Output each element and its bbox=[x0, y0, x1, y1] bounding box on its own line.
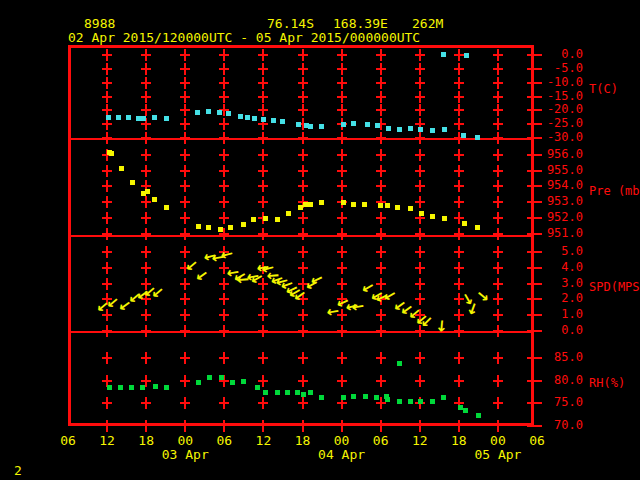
rh-data-point bbox=[363, 394, 368, 399]
temp-data-point bbox=[217, 110, 222, 115]
temp-data-point bbox=[461, 133, 466, 138]
x-date-label: 04 Apr bbox=[318, 447, 365, 462]
temp-data-point bbox=[206, 109, 211, 114]
temp-data-point bbox=[164, 116, 169, 121]
rh-data-point bbox=[263, 390, 268, 395]
grid-cross bbox=[454, 118, 464, 130]
grid-cross bbox=[376, 91, 386, 103]
temp-data-point bbox=[195, 110, 200, 115]
pres-data-point bbox=[130, 180, 135, 185]
y-tick-label: -20.0 bbox=[538, 102, 583, 116]
grid-cross bbox=[493, 196, 503, 208]
temp-data-point bbox=[319, 124, 324, 129]
temp-data-point bbox=[245, 115, 250, 120]
grid-cross bbox=[493, 63, 503, 75]
plot-area: 0.0-5.0-10.0-15.0-20.0-25.0-30.0T(C)956.… bbox=[0, 0, 640, 480]
grid-cross bbox=[337, 278, 347, 290]
rh-data-point bbox=[341, 395, 346, 400]
grid-cross bbox=[454, 262, 464, 274]
grid-cross bbox=[376, 77, 386, 89]
grid-cross bbox=[258, 149, 268, 161]
temp-data-point bbox=[141, 116, 146, 121]
x-hour-label: 00 bbox=[177, 433, 193, 448]
x-hour-label: 00 bbox=[490, 433, 506, 448]
x-hour-label: 00 bbox=[334, 433, 350, 448]
grid-cross bbox=[258, 77, 268, 89]
grid-cross bbox=[376, 228, 386, 240]
wind-arrow: → bbox=[431, 315, 453, 337]
rh-data-point bbox=[351, 394, 356, 399]
grid-cross bbox=[376, 49, 386, 61]
grid-cross bbox=[337, 104, 347, 116]
grid-cross bbox=[298, 132, 308, 144]
grid-cross bbox=[337, 180, 347, 192]
rh-data-point bbox=[319, 395, 324, 400]
y-tick-label: 953.0 bbox=[538, 194, 583, 208]
grid-cross bbox=[415, 63, 425, 75]
rh-data-point bbox=[374, 395, 379, 400]
grid-cross bbox=[493, 309, 503, 321]
temp-data-point bbox=[341, 122, 346, 127]
y-tick-label: 80.0 bbox=[538, 373, 583, 387]
rh-data-point bbox=[196, 380, 201, 385]
temp-data-point bbox=[280, 119, 285, 124]
temp-data-point bbox=[308, 124, 313, 129]
grid-cross bbox=[298, 262, 308, 274]
pres-data-point bbox=[109, 151, 114, 156]
grid-cross bbox=[376, 180, 386, 192]
pres-data-point bbox=[164, 205, 169, 210]
pres-data-point bbox=[119, 166, 124, 171]
rh-data-point bbox=[118, 385, 123, 390]
temp-outlier-point bbox=[464, 53, 469, 58]
pres-data-point bbox=[145, 189, 150, 194]
grid-cross bbox=[415, 196, 425, 208]
x-axis-tick bbox=[145, 420, 147, 432]
grid-cross bbox=[141, 104, 151, 116]
grid-cross bbox=[258, 132, 268, 144]
grid-cross bbox=[337, 49, 347, 61]
meteogram-screen: 8988 76.14S 168.39E 262M 02 Apr 2015/120… bbox=[0, 0, 640, 480]
grid-cross bbox=[454, 325, 464, 337]
pres-data-point bbox=[419, 211, 424, 216]
temp-data-point bbox=[261, 117, 266, 122]
y-tick-label: 956.0 bbox=[538, 147, 583, 161]
grid-cross bbox=[180, 104, 190, 116]
grid-cross bbox=[454, 77, 464, 89]
grid-cross bbox=[415, 246, 425, 258]
grid-cross bbox=[141, 228, 151, 240]
grid-cross bbox=[337, 262, 347, 274]
rh-data-point bbox=[153, 384, 158, 389]
grid-cross bbox=[454, 352, 464, 364]
pres-data-point bbox=[196, 224, 201, 229]
grid-cross bbox=[298, 91, 308, 103]
rh-data-point bbox=[164, 385, 169, 390]
grid-cross bbox=[102, 180, 112, 192]
grid-cross bbox=[258, 165, 268, 177]
grid-cross bbox=[454, 228, 464, 240]
grid-cross bbox=[258, 196, 268, 208]
temp-data-point bbox=[351, 121, 356, 126]
x-hour-label: 06 bbox=[60, 433, 76, 448]
x-hour-label: 12 bbox=[99, 433, 115, 448]
x-axis-tick bbox=[223, 420, 225, 432]
y-tick-label: 0.0 bbox=[538, 47, 583, 61]
rh-data-point bbox=[230, 380, 235, 385]
y-tick-label: 952.0 bbox=[538, 210, 583, 224]
grid-cross bbox=[493, 228, 503, 240]
grid-cross bbox=[102, 262, 112, 274]
grid-cross bbox=[493, 132, 503, 144]
temp-data-point bbox=[126, 115, 131, 120]
rh-data-point bbox=[397, 399, 402, 404]
grid-cross bbox=[141, 262, 151, 274]
grid-cross bbox=[493, 165, 503, 177]
rh-data-point bbox=[255, 385, 260, 390]
grid-cross bbox=[258, 293, 268, 305]
grid-cross bbox=[493, 104, 503, 116]
grid-cross bbox=[219, 165, 229, 177]
grid-cross bbox=[141, 309, 151, 321]
pres-data-point bbox=[351, 202, 356, 207]
grid-cross bbox=[493, 149, 503, 161]
grid-cross bbox=[141, 196, 151, 208]
temp-data-point bbox=[365, 122, 370, 127]
grid-cross bbox=[415, 149, 425, 161]
